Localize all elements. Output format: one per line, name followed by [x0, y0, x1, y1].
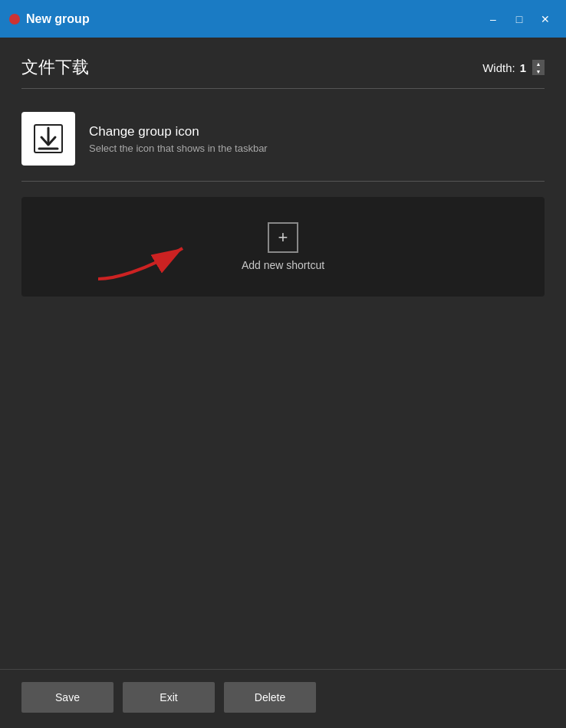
spinner-down-button[interactable]: ▼ [532, 67, 545, 75]
title-bar-left: New group [9, 12, 90, 26]
arrow-annotation [83, 237, 221, 283]
add-shortcut-button[interactable]: + Add new shortcut [242, 222, 324, 271]
maximize-button[interactable]: □ [508, 10, 531, 28]
group-name: 文件下载 [21, 56, 89, 79]
icon-title: Change group icon [89, 124, 268, 139]
width-control: Width: 1 ▲ ▼ [482, 60, 545, 75]
group-header: 文件下载 Width: 1 ▲ ▼ [21, 56, 545, 89]
window: New group – □ ✕ 文件下载 Width: 1 ▲ ▼ [0, 0, 566, 728]
delete-button[interactable]: Delete [224, 682, 316, 713]
content-area: 文件下载 Width: 1 ▲ ▼ [0, 38, 566, 372]
shortcuts-area: + Add new shortcut [21, 197, 545, 297]
title-bar: New group – □ ✕ [0, 0, 566, 38]
title-controls: – □ ✕ [482, 10, 557, 28]
width-spinner: ▲ ▼ [532, 60, 545, 75]
exit-button[interactable]: Exit [123, 682, 215, 713]
download-icon [31, 122, 65, 156]
width-value: 1 [520, 61, 526, 74]
add-shortcut-label: Add new shortcut [242, 259, 324, 271]
window-title: New group [26, 12, 90, 26]
minimize-button[interactable]: – [482, 10, 505, 28]
spinner-up-button[interactable]: ▲ [532, 60, 545, 67]
footer: Save Exit Delete [0, 669, 566, 728]
add-shortcut-icon: + [268, 222, 298, 253]
width-label: Width: [482, 61, 515, 74]
icon-section: Change group icon Select the icon that s… [21, 104, 545, 182]
app-icon [9, 14, 20, 25]
close-button[interactable]: ✕ [534, 10, 557, 28]
icon-subtitle: Select the icon that shows in the taskba… [89, 143, 268, 154]
save-button[interactable]: Save [21, 682, 114, 713]
content-spacer [0, 372, 566, 669]
icon-info: Change group icon Select the icon that s… [89, 124, 268, 154]
group-icon-box[interactable] [21, 112, 75, 166]
